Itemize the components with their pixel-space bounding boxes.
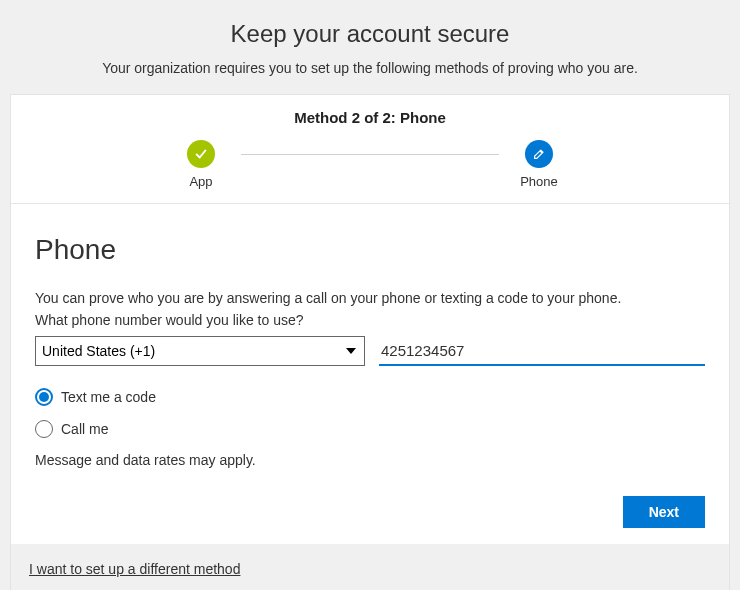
phone-row: United States (+1) <box>35 336 705 366</box>
step-label: Phone <box>520 174 558 189</box>
footer: I want to set up a different method <box>11 544 729 590</box>
section-heading: Phone <box>35 234 705 266</box>
radio-call-me[interactable]: Call me <box>35 420 705 438</box>
pencil-icon <box>525 140 553 168</box>
step-label: App <box>189 174 212 189</box>
page-title: Keep your account secure <box>10 20 730 48</box>
phone-input[interactable] <box>379 336 705 366</box>
step-app: App <box>161 140 241 189</box>
different-method-link[interactable]: I want to set up a different method <box>29 561 240 577</box>
content-area: Phone You can prove who you are by answe… <box>11 204 729 544</box>
step-connector <box>241 154 499 155</box>
radio-label: Text me a code <box>61 389 156 405</box>
radio-label: Call me <box>61 421 108 437</box>
radio-icon <box>35 388 53 406</box>
step-phone: Phone <box>499 140 579 189</box>
button-row: Next <box>35 496 705 528</box>
next-button[interactable]: Next <box>623 496 705 528</box>
check-icon <box>187 140 215 168</box>
steps-label: Method 2 of 2: Phone <box>11 109 729 126</box>
steps-row: App Phone <box>11 140 729 189</box>
radio-text-me[interactable]: Text me a code <box>35 388 705 406</box>
setup-card: Method 2 of 2: Phone App Phone Pho <box>10 94 730 590</box>
page-subtitle: Your organization requires you to set up… <box>10 60 730 76</box>
radio-icon <box>35 420 53 438</box>
country-select[interactable]: United States (+1) <box>35 336 365 366</box>
steps-area: Method 2 of 2: Phone App Phone <box>11 95 729 204</box>
phone-prompt: What phone number would you like to use? <box>35 312 705 328</box>
rates-note: Message and data rates may apply. <box>35 452 705 468</box>
section-description: You can prove who you are by answering a… <box>35 290 705 306</box>
